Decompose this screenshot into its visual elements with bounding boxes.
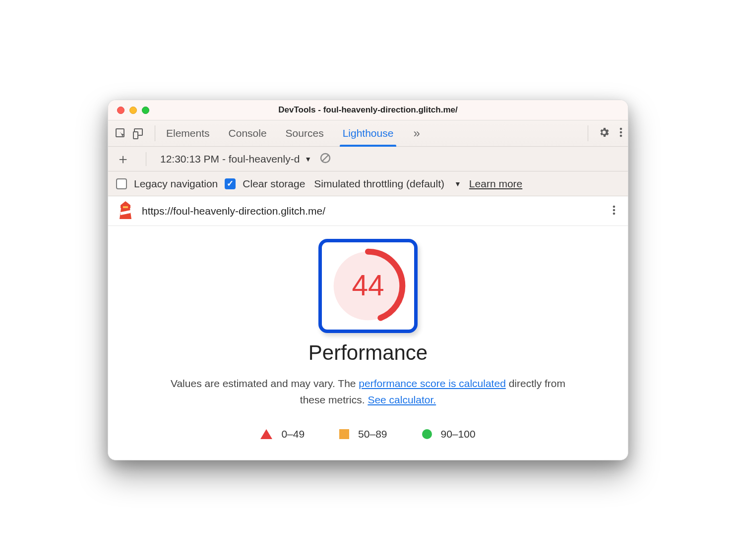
clear-run-icon[interactable]: [319, 152, 331, 166]
window-title: DevTools - foul-heavenly-direction.glitc…: [108, 105, 628, 115]
svg-line-7: [322, 155, 328, 161]
inspect-element-icon[interactable]: [113, 126, 128, 141]
report-url: https://foul-heavenly-direction.glitch.m…: [142, 205, 603, 217]
clear-storage-label: Clear storage: [243, 178, 305, 190]
main-toolbar: Elements Console Sources Lighthouse »: [108, 120, 628, 147]
score-calc-link[interactable]: performance score is calculated: [359, 378, 505, 389]
tab-elements[interactable]: Elements: [164, 121, 212, 145]
run-selection-label[interactable]: 12:30:13 PM - foul-heavenly-d: [160, 153, 300, 165]
more-options-icon[interactable]: [619, 126, 623, 140]
divider: [146, 152, 146, 166]
titlebar: DevTools - foul-heavenly-direction.glitc…: [108, 100, 628, 120]
desc-text-1: Values are estimated and may vary. The: [171, 378, 359, 389]
score-legend: 0–49 50–89 90–100: [123, 428, 613, 440]
legend-pass: 90–100: [422, 428, 476, 440]
legacy-navigation-checkbox[interactable]: [116, 178, 127, 189]
minimize-window-button[interactable]: [129, 107, 137, 114]
divider: [155, 125, 155, 141]
lighthouse-run-bar: ＋ 12:30:13 PM - foul-heavenly-d ▼: [108, 147, 628, 171]
tab-lighthouse[interactable]: Lighthouse: [341, 121, 396, 145]
report-content: 44 Performance Values are estimated and …: [108, 226, 628, 459]
legend-average-range: 50–89: [358, 428, 387, 440]
panel-tabs: Elements Console Sources Lighthouse »: [164, 121, 582, 145]
traffic-lights: [108, 107, 149, 114]
svg-point-13: [613, 209, 615, 212]
divider: [588, 125, 588, 141]
lighthouse-logo-icon: [118, 201, 133, 221]
more-tabs-icon[interactable]: »: [410, 126, 423, 140]
svg-point-3: [620, 128, 622, 130]
throttling-label: Simulated throttling (default): [314, 178, 444, 190]
performance-category-title: Performance: [123, 341, 613, 365]
close-window-button[interactable]: [117, 107, 124, 114]
lighthouse-settings-bar: Legacy navigation Clear storage Simulate…: [108, 171, 628, 196]
triangle-fail-icon: [260, 429, 272, 439]
svg-rect-2: [133, 132, 138, 139]
device-toolbar-icon[interactable]: [131, 126, 146, 141]
devtools-window: DevTools - foul-heavenly-direction.glitc…: [108, 100, 628, 460]
report-menu-icon[interactable]: [612, 204, 616, 218]
tab-sources[interactable]: Sources: [284, 121, 326, 145]
toolbar-right: [598, 126, 623, 140]
svg-point-14: [613, 213, 615, 215]
settings-gear-icon[interactable]: [598, 126, 610, 140]
throttling-select[interactable]: Simulated throttling (default): [314, 178, 444, 190]
legend-average: 50–89: [339, 428, 387, 440]
svg-point-5: [620, 135, 622, 137]
legend-pass-range: 90–100: [441, 428, 476, 440]
svg-point-12: [613, 206, 615, 208]
performance-score-value: 44: [352, 269, 384, 301]
legacy-navigation-label: Legacy navigation: [134, 178, 218, 190]
new-run-button[interactable]: ＋: [114, 152, 132, 166]
throttling-dropdown-icon[interactable]: ▼: [454, 180, 461, 188]
tab-console[interactable]: Console: [227, 121, 269, 145]
report-url-bar: https://foul-heavenly-direction.glitch.m…: [108, 196, 628, 226]
zoom-window-button[interactable]: [142, 107, 149, 114]
run-dropdown-icon[interactable]: ▼: [305, 155, 311, 163]
performance-description: Values are estimated and may vary. The p…: [165, 376, 571, 408]
square-average-icon: [339, 429, 349, 439]
performance-gauge[interactable]: 44: [328, 246, 408, 326]
calculator-link[interactable]: See calculator.: [368, 394, 436, 405]
circle-pass-icon: [422, 429, 432, 439]
legend-fail-range: 0–49: [281, 428, 305, 440]
svg-point-4: [620, 131, 622, 134]
clear-storage-checkbox[interactable]: [225, 178, 236, 189]
performance-gauge-highlight: 44: [318, 239, 418, 333]
learn-more-link[interactable]: Learn more: [469, 178, 522, 190]
legend-fail: 0–49: [260, 428, 305, 440]
